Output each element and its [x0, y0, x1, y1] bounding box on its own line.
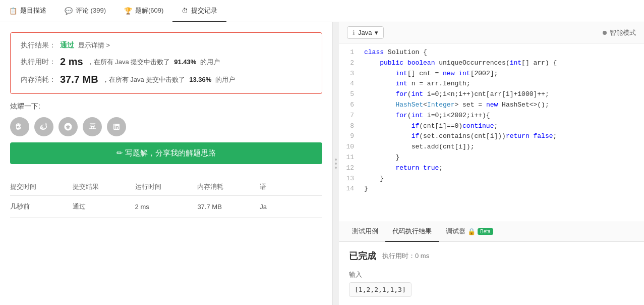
table-row: 几秒前 通过 2 ms 37.7 MB Ja	[10, 196, 322, 218]
linkedin-share-button[interactable]	[107, 117, 126, 136]
code-line-9: if(set.contains(cnt[i]))return false;	[364, 131, 639, 142]
language-label: Java	[358, 29, 372, 36]
write-solution-button[interactable]: ✏ 写题解，分享我的解题思路	[10, 142, 322, 164]
tab-comments-label: 评论 (399)	[76, 6, 106, 15]
code-line-1: class Solution {	[364, 47, 639, 58]
line-numbers: 1 2 3 4 5 6 7 8 9 10 11 12 13 14	[339, 47, 359, 194]
tab-description-label: 题目描述	[20, 6, 46, 15]
input-section: 输入 [1,2,2,1,1,3]	[349, 270, 634, 297]
exec-result-row: 执行结果： 通过 显示详情 >	[21, 41, 312, 50]
code-header: ℹ Java ▾ 智能模式	[339, 22, 644, 43]
top-tabs: 📋 题目描述 💬 评论 (399) 🏆 题解(609) ⏱ 提交记录	[0, 0, 644, 22]
tab-comments[interactable]: 💬 评论 (399)	[55, 0, 115, 22]
row-time: 几秒前	[10, 202, 73, 211]
exec-time-row: 执行用时： 2 ms ，在所有 Java 提交中击败了 91.43% 的用户	[21, 56, 312, 68]
code-line-5: for(int i=0;i<n;i++)cnt[arr[i]+1000]++;	[364, 89, 639, 100]
mem-desc-post: 的用户	[215, 75, 235, 84]
input-value-box: [1,2,2,1,1,3]	[349, 282, 412, 297]
row-result: 通过	[73, 202, 135, 211]
completed-badge: 已完成	[349, 250, 376, 262]
completed-row: 已完成 执行用时：0 ms	[349, 250, 634, 262]
solutions-icon: 🏆	[124, 7, 132, 15]
weibo-share-button[interactable]	[34, 117, 53, 136]
main-layout: 执行结果： 通过 显示详情 > 执行用时： 2 ms ，在所有 Java 提交中…	[0, 22, 644, 305]
header-time: 提交时间	[10, 182, 73, 191]
time-desc-post: 的用户	[200, 58, 220, 67]
left-panel: 执行结果： 通过 显示详情 > 执行用时： 2 ms ，在所有 Java 提交中…	[0, 22, 333, 305]
beta-badge: Beta	[478, 228, 493, 235]
code-line-13: }	[364, 174, 639, 184]
code-line-11: }	[364, 152, 639, 163]
language-selector[interactable]: ℹ Java ▾	[347, 26, 384, 39]
code-line-14: }	[364, 184, 639, 194]
tab-submissions[interactable]: ⏱ 提交记录	[172, 0, 226, 22]
row-memory: 37.7 MB	[197, 203, 260, 211]
code-line-12: return true;	[364, 163, 639, 174]
tab-testcase-label: 测试用例	[352, 227, 378, 236]
input-label: 输入	[349, 270, 634, 279]
tab-submissions-label: 提交记录	[191, 6, 217, 15]
info-icon: ℹ	[353, 29, 355, 36]
code-line-10: set.add(cnt[i]);	[364, 142, 639, 152]
mem-row: 内存消耗： 37.7 MB ，在所有 Java 提交中击败了 13.36% 的用…	[21, 74, 312, 85]
code-line-3: int[] cnt = new int[2002];	[364, 69, 639, 79]
pass-badge: 通过	[60, 41, 74, 50]
exec-result-label: 执行结果：	[21, 41, 56, 50]
time-percent: 91.43%	[174, 58, 196, 66]
show-detail-link[interactable]: 显示详情 >	[78, 41, 110, 50]
tab-exec-result[interactable]: 代码执行结果	[385, 222, 439, 242]
lock-icon: 🔒	[467, 228, 476, 235]
header-memory: 内存消耗	[197, 182, 260, 191]
tab-debugger[interactable]: 调试器 🔒 Beta	[439, 222, 500, 242]
code-editor[interactable]: ℹ Java ▾ 智能模式 1 2 3 4 5	[339, 22, 644, 222]
comments-icon: 💬	[65, 7, 73, 15]
row-runtime: 2 ms	[135, 203, 198, 211]
code-line-6: HashSet<Integer> set = new HashSet<>();	[364, 100, 639, 111]
divider-dot-3	[335, 167, 337, 169]
bottom-tabs: 测试用例 代码执行结果 调试器 🔒 Beta	[339, 222, 644, 242]
code-line-7: for(int i=0;i<2002;i++){	[364, 111, 639, 121]
time-value: 2 ms	[60, 56, 83, 68]
header-runtime: 运行时间	[135, 182, 198, 191]
code-content: class Solution { public boolean uniqueOc…	[359, 47, 644, 194]
divider-dot-1	[335, 159, 337, 161]
panel-divider	[333, 22, 339, 305]
submissions-icon: ⏱	[182, 7, 188, 15]
code-line-4: int n = arr.length;	[364, 79, 639, 89]
share-section: 炫耀一下: 豆	[10, 102, 322, 164]
mem-desc-pre: ，在所有 Java 提交中击败了	[102, 75, 186, 84]
description-icon: 📋	[9, 7, 17, 15]
code-line-8: if(cnt[i]==0)continue;	[364, 121, 639, 132]
code-line-2: public boolean uniqueOccurrences(int[] a…	[364, 58, 639, 69]
mem-label: 内存消耗：	[21, 75, 56, 84]
tab-exec-result-label: 代码执行结果	[392, 227, 432, 236]
time-desc-pre: ，在所有 Java 提交中击败了	[87, 58, 170, 67]
smart-dot	[603, 31, 607, 35]
app-container: 📋 题目描述 💬 评论 (399) 🏆 题解(609) ⏱ 提交记录 执行结果：…	[0, 0, 644, 305]
chevron-down-icon: ▾	[375, 29, 378, 36]
submit-table-section: 提交时间 提交结果 运行时间 内存消耗 语 几秒前 通过 2 ms 37.7 M…	[10, 177, 322, 218]
submit-table-header: 提交时间 提交结果 运行时间 内存消耗 语	[10, 177, 322, 196]
douban-share-button[interactable]: 豆	[83, 117, 102, 136]
tab-debugger-label: 调试器	[446, 227, 465, 236]
code-area: 1 2 3 4 5 6 7 8 9 10 11 12 13 14	[339, 43, 644, 198]
mem-value: 37.7 MB	[60, 74, 98, 85]
right-panel: ℹ Java ▾ 智能模式 1 2 3 4 5	[339, 22, 644, 305]
mem-percent: 13.36%	[189, 76, 211, 83]
exec-time-display: 执行用时：0 ms	[382, 251, 429, 261]
bottom-result-panel: 已完成 执行用时：0 ms 输入 [1,2,2,1,1,3]	[339, 242, 644, 305]
header-result: 提交结果	[73, 182, 135, 191]
qq-share-button[interactable]	[58, 117, 78, 136]
divider-dot-2	[335, 163, 337, 165]
row-lang: Ja	[260, 203, 322, 211]
header-lang: 语	[260, 182, 322, 191]
tab-solutions[interactable]: 🏆 题解(609)	[115, 0, 172, 22]
smart-mode: 智能模式	[603, 28, 636, 37]
wechat-share-button[interactable]	[10, 117, 29, 136]
tab-testcase[interactable]: 测试用例	[345, 222, 385, 242]
tab-solutions-label: 题解(609)	[135, 6, 163, 15]
time-label: 执行用时：	[21, 58, 56, 67]
share-label: 炫耀一下:	[10, 102, 322, 111]
result-box: 执行结果： 通过 显示详情 > 执行用时： 2 ms ，在所有 Java 提交中…	[10, 32, 322, 94]
tab-description[interactable]: 📋 题目描述	[0, 0, 55, 22]
